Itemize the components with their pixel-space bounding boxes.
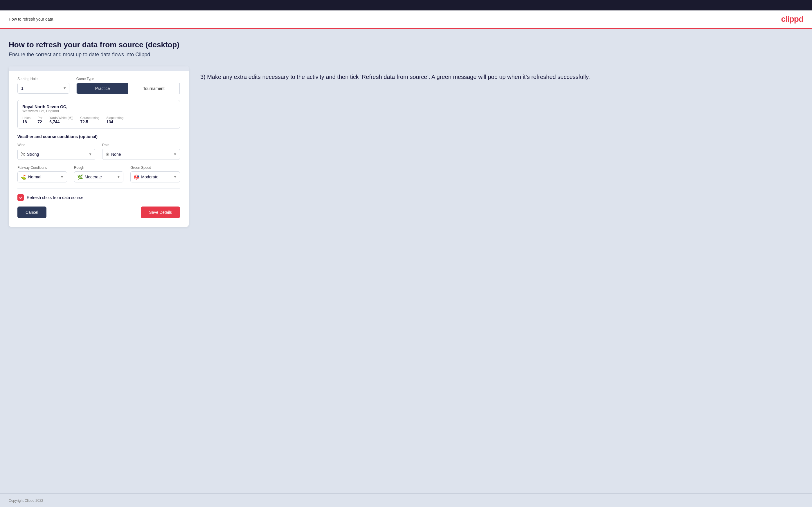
course-rating-value: 72.5	[81, 119, 100, 124]
rain-select[interactable]: None	[111, 149, 177, 160]
top-bar	[0, 0, 812, 10]
logo: clippd	[781, 14, 803, 24]
refresh-checkbox-row: Refresh shots from data source	[17, 194, 180, 201]
page-subheading: Ensure the correct and most up to date d…	[9, 52, 803, 58]
tournament-button[interactable]: Tournament	[128, 83, 180, 94]
main-content: How to refresh your data from source (de…	[0, 29, 812, 493]
yards-label: Yards/White (M))	[49, 116, 73, 119]
form-card: Starting Hole 1 ▼ Game Type Practice Tou…	[9, 66, 189, 227]
rain-group: Rain ☀ None ▼	[102, 143, 180, 160]
header-title: How to refresh your data	[9, 17, 53, 21]
side-note-text: 3) Make any extra edits necessary to the…	[200, 72, 803, 81]
wind-label: Wind	[17, 143, 95, 147]
slope-rating-value: 134	[107, 119, 124, 124]
wind-rain-row: Wind 🌬 Strong ▼ Rain ☀	[17, 143, 180, 160]
yards-stat: Yards/White (M)) 6,744	[49, 116, 73, 124]
rough-group: Rough 🌿 Moderate ▼	[74, 166, 124, 182]
conditions-section: Weather and course conditions (optional)…	[17, 134, 180, 182]
par-label: Par	[38, 116, 42, 119]
green-speed-select-wrapper: 🎯 Moderate ▼	[130, 171, 180, 182]
rain-icon: ☀	[105, 152, 109, 157]
course-rating-label: Course rating	[81, 116, 100, 119]
rain-label: Rain	[102, 143, 180, 147]
content-area: Starting Hole 1 ▼ Game Type Practice Tou…	[9, 66, 803, 227]
green-speed-select[interactable]: Moderate	[141, 172, 177, 182]
button-row: Cancel Save Details	[17, 207, 180, 218]
page-heading: How to refresh your data from source (de…	[9, 40, 803, 49]
divider	[17, 188, 180, 188]
fairway-icon: ⛳	[20, 174, 27, 180]
rain-select-wrapper: ☀ None ▼	[102, 149, 180, 160]
holes-stat: Holes 18	[22, 116, 31, 124]
fairway-group: Fairway Conditions ⛳ Normal ▼	[17, 166, 67, 182]
slope-rating-label: Slope rating	[107, 116, 124, 119]
holes-label: Holes	[22, 116, 31, 119]
header: How to refresh your data clippd	[0, 10, 812, 29]
copyright-text: Copyright Clippd 2022	[9, 499, 43, 503]
refresh-checkbox[interactable]	[17, 194, 24, 201]
wind-group: Wind 🌬 Strong ▼	[17, 143, 95, 160]
fairway-label: Fairway Conditions	[17, 166, 67, 170]
game-type-label: Game Type	[77, 77, 180, 81]
cancel-button[interactable]: Cancel	[17, 207, 46, 218]
course-info: Royal North Devon GC, Westward Ho!, Engl…	[17, 100, 180, 128]
starting-hole-label: Starting Hole	[17, 77, 69, 81]
yards-value: 6,744	[49, 119, 73, 124]
starting-hole-group: Starting Hole 1 ▼	[17, 77, 69, 94]
course-location: Westward Ho!, England	[22, 109, 175, 113]
refresh-label: Refresh shots from data source	[27, 195, 83, 200]
save-button[interactable]: Save Details	[141, 207, 180, 218]
rough-icon: 🌿	[77, 174, 83, 180]
wind-select-wrapper: 🌬 Strong ▼	[17, 149, 95, 160]
wind-icon: 🌬	[20, 152, 25, 157]
course-name: Royal North Devon GC,	[22, 104, 175, 109]
par-value: 72	[38, 119, 42, 124]
course-stats: Holes 18 Par 72 Yards/White (M)) 6,744 C…	[22, 116, 175, 124]
slope-rating-stat: Slope rating 134	[107, 116, 124, 124]
holes-value: 18	[22, 119, 31, 124]
game-type-group: Game Type Practice Tournament	[77, 77, 180, 94]
footer: Copyright Clippd 2022	[0, 493, 812, 507]
game-type-toggle: Practice Tournament	[77, 83, 180, 94]
green-speed-label: Green Speed	[130, 166, 180, 170]
green-speed-icon: 🎯	[134, 174, 139, 180]
rough-select[interactable]: Moderate	[85, 172, 120, 182]
course-rating-stat: Course rating 72.5	[81, 116, 100, 124]
wind-select[interactable]: Strong	[27, 149, 92, 160]
rough-label: Rough	[74, 166, 124, 170]
side-note: 3) Make any extra edits necessary to the…	[200, 66, 803, 81]
fairway-rough-green-row: Fairway Conditions ⛳ Normal ▼ Rough 🌿	[17, 166, 180, 182]
par-stat: Par 72	[38, 116, 42, 124]
practice-button[interactable]: Practice	[77, 83, 128, 94]
fairway-select-wrapper: ⛳ Normal ▼	[17, 171, 67, 182]
starting-hole-select-wrapper: 1 ▼	[17, 83, 69, 94]
card-top-strip	[9, 66, 189, 71]
conditions-label: Weather and course conditions (optional)	[17, 134, 180, 139]
rough-select-wrapper: 🌿 Moderate ▼	[74, 171, 124, 182]
checkmark-icon	[18, 195, 22, 200]
green-speed-group: Green Speed 🎯 Moderate ▼	[130, 166, 180, 182]
starting-hole-game-type-row: Starting Hole 1 ▼ Game Type Practice Tou…	[17, 77, 180, 94]
starting-hole-select[interactable]: 1	[17, 83, 69, 94]
fairway-select[interactable]: Normal	[28, 172, 64, 182]
